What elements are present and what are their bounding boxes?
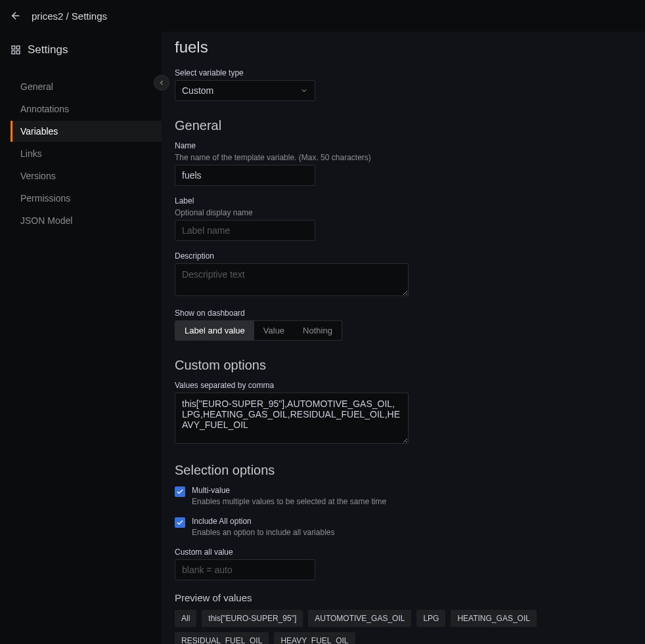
name-label: Name (175, 141, 632, 150)
chip: All (175, 610, 196, 627)
page-title: fuels (175, 38, 632, 56)
include-all-title: Include All option (192, 517, 334, 526)
chip: RESIDUAL_FUEL_OIL (175, 632, 269, 644)
sidebar-item-variables[interactable]: Variables (11, 121, 162, 142)
chip: HEAVY_FUEL_OIL (274, 632, 355, 644)
sidebar-title: Settings (28, 43, 68, 56)
variable-type-value: Custom (182, 85, 213, 96)
name-desc: The name of the template variable. (Max.… (175, 153, 632, 162)
sidebar-item-permissions[interactable]: Permissions (11, 188, 162, 209)
label-field-desc: Optional display name (175, 208, 632, 217)
sidebar-item-annotations[interactable]: Annotations (11, 98, 162, 119)
description-label: Description (175, 251, 632, 261)
chip: HEATING_GAS_OIL (451, 610, 536, 627)
custom-all-input[interactable] (175, 559, 315, 580)
svg-rect-0 (12, 46, 15, 49)
main-panel: fuels Select variable type Custom Genera… (162, 32, 645, 644)
sidebar-item-versions[interactable]: Versions (11, 165, 162, 186)
breadcrumb: prices2 / Settings (32, 11, 107, 22)
values-label: Values separated by comma (175, 381, 632, 390)
multi-value-desc: Enables multiple values to be selected a… (192, 497, 386, 506)
multi-value-checkbox[interactable] (175, 486, 185, 497)
sidebar: Settings General Annotations Variables L… (0, 32, 162, 644)
show-option-nothing[interactable]: Nothing (294, 321, 342, 340)
label-field-label: Label (175, 196, 632, 205)
svg-rect-3 (12, 51, 15, 54)
general-heading: General (175, 118, 632, 133)
dashboard-icon (11, 45, 21, 55)
label-input[interactable] (175, 220, 315, 241)
chip: LPG (416, 610, 445, 627)
description-textarea[interactable] (175, 263, 409, 296)
variable-type-label: Select variable type (175, 68, 632, 77)
values-textarea[interactable] (175, 393, 409, 444)
custom-all-label: Custom all value (175, 547, 632, 557)
show-option-value[interactable]: Value (254, 321, 294, 340)
back-button[interactable] (8, 8, 24, 24)
name-input[interactable] (175, 165, 315, 186)
selection-options-heading: Selection options (175, 463, 632, 478)
custom-options-heading: Custom options (175, 358, 632, 373)
svg-rect-2 (16, 51, 20, 54)
variable-type-select[interactable]: Custom (175, 80, 315, 101)
chip: this["EURO-SUPER_95"] (202, 610, 303, 627)
include-all-desc: Enables an option to include all variabl… (192, 528, 334, 537)
chip: AUTOMOTIVE_GAS_OIL (308, 610, 411, 627)
svg-rect-1 (16, 46, 20, 49)
preview-chips: All this["EURO-SUPER_95"] AUTOMOTIVE_GAS… (175, 610, 632, 644)
chevron-down-icon (300, 87, 308, 95)
show-option-label-and-value[interactable]: Label and value (175, 321, 254, 340)
sidebar-item-json-model[interactable]: JSON Model (11, 210, 162, 231)
show-on-dashboard-label: Show on dashboard (175, 309, 632, 318)
show-on-dashboard-group: Label and value Value Nothing (175, 320, 342, 341)
preview-heading: Preview of values (175, 592, 632, 603)
sidebar-item-general[interactable]: General (11, 76, 162, 97)
multi-value-title: Multi-value (192, 486, 386, 495)
collapse-sidebar-button[interactable] (154, 75, 169, 91)
sidebar-item-links[interactable]: Links (11, 143, 162, 164)
include-all-checkbox[interactable] (175, 517, 185, 528)
